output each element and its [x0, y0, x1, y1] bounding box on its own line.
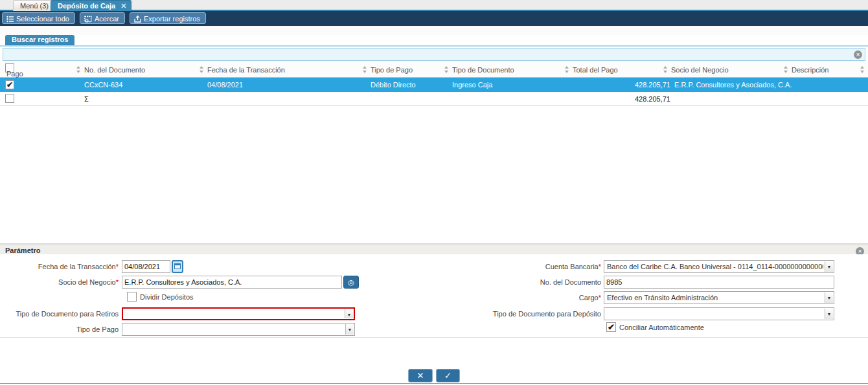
required-marker: * [116, 278, 119, 286]
cell-tipo-documento: Ingreso Caja [452, 81, 492, 89]
cell-fecha: 04/08/2021 [207, 81, 243, 89]
export-label: Exportar registros [144, 15, 200, 23]
column-header-documento[interactable]: No. del Documento [84, 66, 145, 74]
row-checkbox[interactable]: ✔ [5, 80, 14, 89]
cell-documento: CCxCN-634 [84, 81, 122, 89]
zoom-window-icon [84, 16, 92, 23]
cargo-select[interactable]: Efectivo en Tránsito Administración ▼ [604, 291, 834, 304]
required-marker: * [116, 263, 119, 270]
column-header-fecha[interactable]: Fecha de la Transacción [207, 66, 285, 74]
tab-menu[interactable]: Menú (3) [13, 0, 56, 11]
sort-icon[interactable] [76, 66, 81, 73]
search-tab-underline [0, 45, 868, 47]
app-window: Menú (3) Depósito de Caja ✕ Seleccionar … [0, 0, 868, 385]
cell-socio: E.R.P. Consultores y Asociados, C.A. [674, 81, 792, 89]
sort-icon[interactable] [663, 66, 668, 73]
column-header-pago: Pago [6, 70, 23, 78]
zoom-button[interactable]: Acercar [80, 12, 125, 24]
cuenta-bancaria-label: Cuenta Bancaria* [453, 263, 601, 270]
fecha-transaccion-label: Fecha de la Transacción* [0, 263, 119, 270]
parameter-panel-header: Parámetro ✕ [0, 243, 868, 254]
conciliar-label: Conciliar Automáticamente [619, 324, 704, 331]
cell-total: 428.205,71 [573, 81, 670, 89]
export-icon [134, 16, 141, 23]
no-documento-label: No. del Documento [453, 278, 601, 286]
sort-icon[interactable] [860, 66, 865, 73]
search-field-wrap: ✕ [3, 48, 865, 61]
tipo-documento-retiros-select[interactable]: ▼ [122, 307, 355, 320]
dividir-depositos-label: Dividir Depósitos [140, 293, 194, 301]
required-marker: * [599, 263, 601, 270]
footer-divider [0, 383, 868, 384]
cuenta-bancaria-select[interactable]: Banco del Caribe C.A. Banco Universal - … [604, 260, 834, 273]
search-clear-icon[interactable]: ✕ [854, 50, 862, 59]
no-documento-input[interactable] [604, 276, 834, 289]
select-all-icon [6, 16, 14, 23]
sort-icon[interactable] [200, 66, 204, 73]
confirm-button[interactable]: ✓ [436, 369, 460, 382]
window-tabbar: Menú (3) Depósito de Caja ✕ [0, 0, 868, 11]
dropdown-arrow-icon[interactable]: ▼ [825, 292, 833, 303]
sort-icon[interactable] [444, 66, 449, 73]
sum-symbol: Σ [84, 95, 89, 103]
column-header-socio[interactable]: Socio del Negocio [671, 66, 729, 74]
sort-icon[interactable] [565, 66, 569, 73]
select-all-label: Seleccionar todo [16, 15, 69, 23]
zoom-label: Acercar [95, 15, 119, 23]
tab-close-icon[interactable]: ✕ [120, 3, 128, 10]
label-text: Cargo [579, 294, 599, 302]
column-header-tipo-documento[interactable]: Tipo de Documento [452, 66, 514, 74]
confirm-icon: ✓ [444, 371, 451, 380]
tab-deposito-de-caja[interactable]: Depósito de Caja ✕ [51, 0, 131, 11]
select-value: Banco del Caribe C.A. Banco Universal - … [607, 263, 823, 270]
calendar-button[interactable] [172, 260, 183, 273]
fecha-transaccion-input[interactable] [122, 260, 170, 273]
sum-row-checkbox[interactable] [5, 94, 14, 103]
required-marker: * [599, 294, 601, 302]
sort-icon[interactable] [363, 66, 367, 73]
toolbar: Seleccionar todo Acercar Exportar regist… [0, 11, 868, 26]
parameter-panel-title: Parámetro [5, 247, 40, 254]
column-header-total[interactable]: Total del Pago [573, 66, 618, 74]
search-input[interactable] [5, 49, 847, 60]
sort-icon[interactable] [784, 66, 788, 73]
socio-negocio-input[interactable] [122, 276, 342, 289]
cancel-icon: ✕ [417, 371, 424, 380]
sum-total: 428.205,71 [573, 95, 670, 103]
tipo-pago-label: Tipo de Pago [0, 325, 119, 333]
tipo-pago-select[interactable]: ▼ [122, 323, 355, 336]
label-text: Socio del Negocio [58, 278, 116, 286]
cancel-button[interactable]: ✕ [408, 369, 433, 382]
tab-label: Depósito de Caja [58, 2, 115, 10]
parameter-panel-body: Fecha de la Transacción* Cuenta Bancaria… [0, 254, 868, 338]
dropdown-arrow-icon[interactable]: ▼ [345, 309, 353, 318]
column-header-descripcion[interactable]: Descripción [792, 66, 828, 74]
column-header-tipo-pago[interactable]: Tipo de Pago [371, 66, 413, 74]
cargo-label: Cargo* [453, 294, 601, 302]
dropdown-arrow-icon[interactable]: ▼ [345, 324, 354, 335]
export-records-button[interactable]: Exportar registros [130, 12, 206, 24]
tab-buscar-registros[interactable]: Buscar registros [5, 35, 74, 45]
label-text: Fecha de la Transacción [38, 263, 116, 270]
dropdown-arrow-icon[interactable]: ▼ [825, 261, 833, 272]
calendar-icon [174, 263, 181, 269]
tipo-documento-retiros-label: Tipo de Documento para Retiros [0, 310, 119, 318]
select-all-button[interactable]: Seleccionar todo [2, 12, 75, 24]
select-value: Efectivo en Tránsito Administración [607, 294, 823, 302]
tipo-documento-deposito-label: Tipo de Documento para Depósito [453, 310, 601, 318]
table-header: Pago No. del Documento Fecha de la Trans… [0, 62, 868, 78]
dropdown-arrow-icon[interactable]: ▼ [825, 309, 833, 319]
table-row[interactable]: ✔ CCxCN-634 04/08/2021 Débito Directo In… [0, 78, 868, 92]
socio-negocio-label: Socio del Negocio* [0, 278, 119, 286]
tipo-documento-deposito-select[interactable]: ▼ [604, 307, 834, 320]
label-text: Cuenta Bancaria [545, 263, 599, 270]
dividir-depositos-checkbox[interactable] [127, 292, 137, 302]
table-sum-row[interactable]: Σ 428.205,71 [0, 92, 868, 105]
lookup-icon: ◎ [348, 278, 354, 286]
conciliar-checkbox[interactable]: ✔ [606, 322, 616, 332]
cell-tipo-pago: Débito Directo [371, 81, 416, 89]
toolbar-gap [0, 26, 868, 35]
socio-lookup-button[interactable]: ◎ [343, 276, 359, 289]
